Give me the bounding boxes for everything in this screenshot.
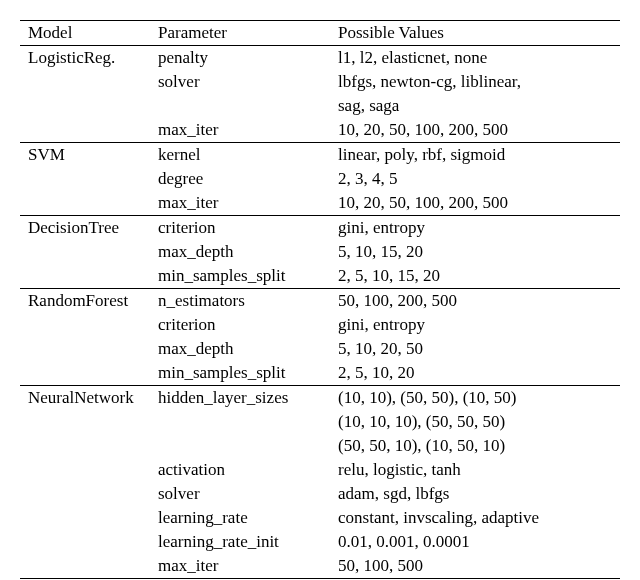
table-header-row: Model Parameter Possible Values: [20, 21, 620, 46]
cell-parameter: activation: [150, 458, 330, 482]
cell-parameter: n_estimators: [150, 289, 330, 314]
cell-parameter: max_depth: [150, 240, 330, 264]
cell-model: NeuralNetwork: [20, 386, 150, 411]
cell-parameter: hidden_layer_sizes: [150, 386, 330, 411]
cell-parameter: [150, 410, 330, 434]
cell-values: gini, entropy: [330, 313, 620, 337]
table-row: sag, saga: [20, 94, 620, 118]
cell-values: 10, 20, 50, 100, 200, 500: [330, 118, 620, 143]
cell-parameter: max_iter: [150, 554, 330, 579]
cell-parameter: solver: [150, 482, 330, 506]
cell-parameter: max_iter: [150, 191, 330, 216]
cell-model: [20, 410, 150, 434]
cell-model: LogisticReg.: [20, 46, 150, 71]
cell-model: [20, 118, 150, 143]
header-values: Possible Values: [330, 21, 620, 46]
cell-model: SVM: [20, 143, 150, 168]
table-row: learning_rate_init0.01, 0.001, 0.0001: [20, 530, 620, 554]
cell-parameter: criterion: [150, 216, 330, 241]
cell-model: [20, 70, 150, 94]
table-row: RandomForestn_estimators50, 100, 200, 50…: [20, 289, 620, 314]
cell-values: 5, 10, 15, 20: [330, 240, 620, 264]
header-model: Model: [20, 21, 150, 46]
cell-model: RandomForest: [20, 289, 150, 314]
cell-values: 50, 100, 200, 500: [330, 289, 620, 314]
cell-values: 5, 10, 20, 50: [330, 337, 620, 361]
table-row: min_samples_split2, 5, 10, 15, 20: [20, 264, 620, 289]
cell-parameter: criterion: [150, 313, 330, 337]
table-row: SVMkernellinear, poly, rbf, sigmoid: [20, 143, 620, 168]
cell-parameter: [150, 434, 330, 458]
cell-values: (10, 10, 10), (50, 50, 50): [330, 410, 620, 434]
cell-values: relu, logistic, tanh: [330, 458, 620, 482]
cell-values: constant, invscaling, adaptive: [330, 506, 620, 530]
table-row: max_iter50, 100, 500: [20, 554, 620, 579]
cell-model: [20, 167, 150, 191]
cell-parameter: learning_rate_init: [150, 530, 330, 554]
cell-parameter: solver: [150, 70, 330, 94]
cell-parameter: [150, 94, 330, 118]
cell-model: [20, 240, 150, 264]
header-parameter: Parameter: [150, 21, 330, 46]
cell-values: adam, sgd, lbfgs: [330, 482, 620, 506]
cell-values: 2, 3, 4, 5: [330, 167, 620, 191]
table-row: (10, 10, 10), (50, 50, 50): [20, 410, 620, 434]
cell-model: [20, 506, 150, 530]
cell-values: linear, poly, rbf, sigmoid: [330, 143, 620, 168]
cell-model: [20, 337, 150, 361]
cell-model: [20, 554, 150, 579]
cell-model: [20, 264, 150, 289]
cell-parameter: kernel: [150, 143, 330, 168]
table-row: max_depth5, 10, 20, 50: [20, 337, 620, 361]
cell-values: 2, 5, 10, 15, 20: [330, 264, 620, 289]
cell-model: [20, 361, 150, 386]
cell-values: gini, entropy: [330, 216, 620, 241]
cell-parameter: penalty: [150, 46, 330, 71]
table-row: max_iter10, 20, 50, 100, 200, 500: [20, 191, 620, 216]
cell-values: 50, 100, 500: [330, 554, 620, 579]
table-row: NeuralNetworkhidden_layer_sizes(10, 10),…: [20, 386, 620, 411]
cell-parameter: max_iter: [150, 118, 330, 143]
table-row: degree2, 3, 4, 5: [20, 167, 620, 191]
table-row: DecisionTreecriteriongini, entropy: [20, 216, 620, 241]
cell-values: (10, 10), (50, 50), (10, 50): [330, 386, 620, 411]
cell-parameter: min_samples_split: [150, 264, 330, 289]
cell-parameter: max_depth: [150, 337, 330, 361]
table-row: max_iter10, 20, 50, 100, 200, 500: [20, 118, 620, 143]
cell-model: [20, 191, 150, 216]
cell-values: 2, 5, 10, 20: [330, 361, 620, 386]
table-row: min_samples_split2, 5, 10, 20: [20, 361, 620, 386]
cell-parameter: min_samples_split: [150, 361, 330, 386]
table-row: solveradam, sgd, lbfgs: [20, 482, 620, 506]
table-row: criteriongini, entropy: [20, 313, 620, 337]
cell-model: [20, 434, 150, 458]
table-row: max_depth5, 10, 15, 20: [20, 240, 620, 264]
cell-values: 10, 20, 50, 100, 200, 500: [330, 191, 620, 216]
cell-model: [20, 94, 150, 118]
table-row: learning_rateconstant, invscaling, adapt…: [20, 506, 620, 530]
cell-model: DecisionTree: [20, 216, 150, 241]
cell-parameter: degree: [150, 167, 330, 191]
cell-values: sag, saga: [330, 94, 620, 118]
table-row: (50, 50, 10), (10, 50, 10): [20, 434, 620, 458]
cell-parameter: learning_rate: [150, 506, 330, 530]
cell-values: (50, 50, 10), (10, 50, 10): [330, 434, 620, 458]
cell-values: lbfgs, newton-cg, liblinear,: [330, 70, 620, 94]
cell-model: [20, 530, 150, 554]
table-row: LogisticReg.penaltyl1, l2, elasticnet, n…: [20, 46, 620, 71]
cell-values: 0.01, 0.001, 0.0001: [330, 530, 620, 554]
cell-values: l1, l2, elasticnet, none: [330, 46, 620, 71]
cell-model: [20, 458, 150, 482]
cell-model: [20, 313, 150, 337]
table-row: activationrelu, logistic, tanh: [20, 458, 620, 482]
table-row: solverlbfgs, newton-cg, liblinear,: [20, 70, 620, 94]
cell-model: [20, 482, 150, 506]
hyperparameter-table: Model Parameter Possible Values Logistic…: [20, 20, 620, 579]
